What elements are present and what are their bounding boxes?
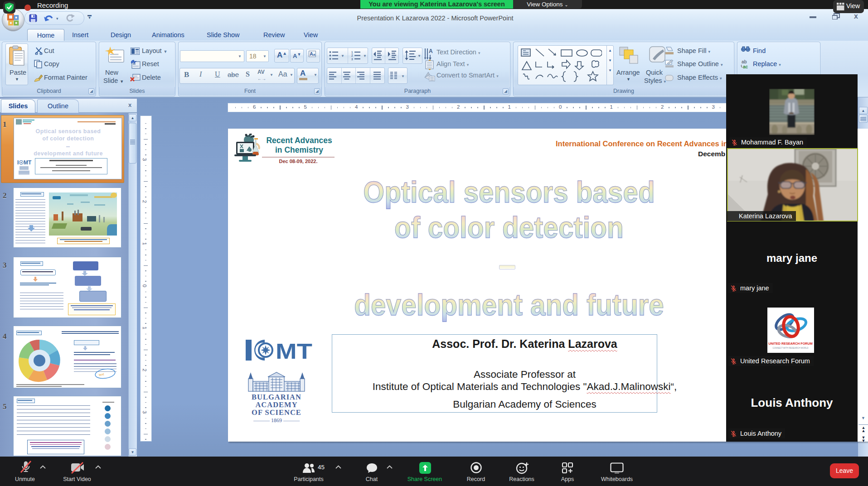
svg-text:CONNECT WITH RESEARCH WORLD: CONNECT WITH RESEARCH WORLD [772, 347, 809, 349]
svg-text:MT: MT [276, 339, 312, 361]
svg-text:ac: ac [743, 64, 748, 69]
svg-text:1: 1 [351, 51, 353, 54]
svg-text:UNITED RESEARCH FORUM: UNITED RESEARCH FORUM [768, 342, 812, 346]
svg-text:ab: ab [742, 59, 747, 64]
svg-text:2: 2 [351, 54, 353, 57]
svg-text:3: 3 [351, 58, 353, 61]
svg-text:A: A [429, 48, 433, 54]
svg-text:text: text [99, 372, 104, 376]
